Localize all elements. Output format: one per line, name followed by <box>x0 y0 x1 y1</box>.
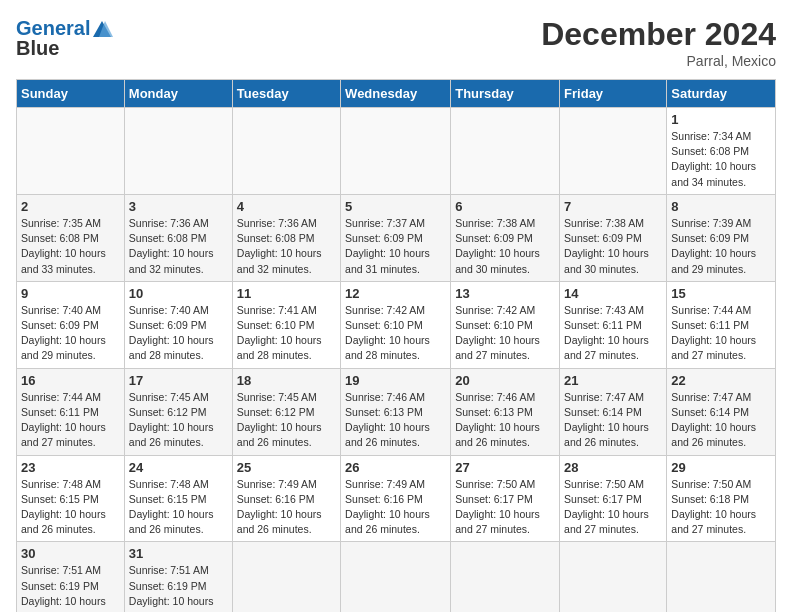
calendar-cell: 14Sunrise: 7:43 AMSunset: 6:11 PMDayligh… <box>560 281 667 368</box>
calendar-cell: 4Sunrise: 7:36 AMSunset: 6:08 PMDaylight… <box>232 194 340 281</box>
day-number: 6 <box>455 199 555 214</box>
calendar-cell <box>560 542 667 612</box>
day-info: Sunrise: 7:51 AMSunset: 6:19 PMDaylight:… <box>129 563 228 612</box>
day-info: Sunrise: 7:50 AMSunset: 6:18 PMDaylight:… <box>671 477 771 538</box>
calendar-cell <box>124 108 232 195</box>
day-number: 12 <box>345 286 446 301</box>
calendar-cell: 8Sunrise: 7:39 AMSunset: 6:09 PMDaylight… <box>667 194 776 281</box>
day-number: 14 <box>564 286 662 301</box>
calendar-cell <box>451 542 560 612</box>
day-info: Sunrise: 7:37 AMSunset: 6:09 PMDaylight:… <box>345 216 446 277</box>
day-number: 8 <box>671 199 771 214</box>
calendar-cell <box>232 542 340 612</box>
day-number: 16 <box>21 373 120 388</box>
day-number: 1 <box>671 112 771 127</box>
header-saturday: Saturday <box>667 80 776 108</box>
day-number: 28 <box>564 460 662 475</box>
day-info: Sunrise: 7:49 AMSunset: 6:16 PMDaylight:… <box>345 477 446 538</box>
calendar-cell: 5Sunrise: 7:37 AMSunset: 6:09 PMDaylight… <box>341 194 451 281</box>
day-info: Sunrise: 7:46 AMSunset: 6:13 PMDaylight:… <box>455 390 555 451</box>
calendar-cell: 27Sunrise: 7:50 AMSunset: 6:17 PMDayligh… <box>451 455 560 542</box>
day-info: Sunrise: 7:44 AMSunset: 6:11 PMDaylight:… <box>671 303 771 364</box>
calendar-cell: 26Sunrise: 7:49 AMSunset: 6:16 PMDayligh… <box>341 455 451 542</box>
calendar-cell <box>232 108 340 195</box>
calendar-cell <box>560 108 667 195</box>
calendar-cell: 23Sunrise: 7:48 AMSunset: 6:15 PMDayligh… <box>17 455 125 542</box>
day-info: Sunrise: 7:45 AMSunset: 6:12 PMDaylight:… <box>237 390 336 451</box>
calendar-cell: 11Sunrise: 7:41 AMSunset: 6:10 PMDayligh… <box>232 281 340 368</box>
day-info: Sunrise: 7:36 AMSunset: 6:08 PMDaylight:… <box>237 216 336 277</box>
day-info: Sunrise: 7:42 AMSunset: 6:10 PMDaylight:… <box>455 303 555 364</box>
calendar-cell: 12Sunrise: 7:42 AMSunset: 6:10 PMDayligh… <box>341 281 451 368</box>
day-number: 11 <box>237 286 336 301</box>
calendar-cell: 19Sunrise: 7:46 AMSunset: 6:13 PMDayligh… <box>341 368 451 455</box>
header-tuesday: Tuesday <box>232 80 340 108</box>
day-info: Sunrise: 7:51 AMSunset: 6:19 PMDaylight:… <box>21 563 120 612</box>
day-number: 18 <box>237 373 336 388</box>
day-number: 3 <box>129 199 228 214</box>
day-info: Sunrise: 7:40 AMSunset: 6:09 PMDaylight:… <box>21 303 120 364</box>
day-number: 23 <box>21 460 120 475</box>
calendar-cell <box>667 542 776 612</box>
calendar-week-3: 9Sunrise: 7:40 AMSunset: 6:09 PMDaylight… <box>17 281 776 368</box>
logo: General Blue <box>16 16 113 60</box>
calendar-cell: 31Sunrise: 7:51 AMSunset: 6:19 PMDayligh… <box>124 542 232 612</box>
day-number: 13 <box>455 286 555 301</box>
calendar-cell: 15Sunrise: 7:44 AMSunset: 6:11 PMDayligh… <box>667 281 776 368</box>
month-title: December 2024 <box>541 16 776 53</box>
day-info: Sunrise: 7:48 AMSunset: 6:15 PMDaylight:… <box>21 477 120 538</box>
day-info: Sunrise: 7:35 AMSunset: 6:08 PMDaylight:… <box>21 216 120 277</box>
day-number: 25 <box>237 460 336 475</box>
day-info: Sunrise: 7:41 AMSunset: 6:10 PMDaylight:… <box>237 303 336 364</box>
calendar-cell: 22Sunrise: 7:47 AMSunset: 6:14 PMDayligh… <box>667 368 776 455</box>
calendar-cell: 17Sunrise: 7:45 AMSunset: 6:12 PMDayligh… <box>124 368 232 455</box>
day-number: 4 <box>237 199 336 214</box>
calendar-week-6: 30Sunrise: 7:51 AMSunset: 6:19 PMDayligh… <box>17 542 776 612</box>
header-sunday: Sunday <box>17 80 125 108</box>
logo-icon <box>91 19 113 41</box>
day-info: Sunrise: 7:48 AMSunset: 6:15 PMDaylight:… <box>129 477 228 538</box>
header-monday: Monday <box>124 80 232 108</box>
calendar-cell: 10Sunrise: 7:40 AMSunset: 6:09 PMDayligh… <box>124 281 232 368</box>
calendar-cell: 18Sunrise: 7:45 AMSunset: 6:12 PMDayligh… <box>232 368 340 455</box>
location: Parral, Mexico <box>541 53 776 69</box>
calendar-cell: 25Sunrise: 7:49 AMSunset: 6:16 PMDayligh… <box>232 455 340 542</box>
day-number: 20 <box>455 373 555 388</box>
day-number: 2 <box>21 199 120 214</box>
calendar-cell: 28Sunrise: 7:50 AMSunset: 6:17 PMDayligh… <box>560 455 667 542</box>
calendar-cell: 3Sunrise: 7:36 AMSunset: 6:08 PMDaylight… <box>124 194 232 281</box>
header-thursday: Thursday <box>451 80 560 108</box>
calendar-cell: 29Sunrise: 7:50 AMSunset: 6:18 PMDayligh… <box>667 455 776 542</box>
header-wednesday: Wednesday <box>341 80 451 108</box>
day-info: Sunrise: 7:39 AMSunset: 6:09 PMDaylight:… <box>671 216 771 277</box>
day-info: Sunrise: 7:36 AMSunset: 6:08 PMDaylight:… <box>129 216 228 277</box>
day-number: 10 <box>129 286 228 301</box>
calendar-cell: 30Sunrise: 7:51 AMSunset: 6:19 PMDayligh… <box>17 542 125 612</box>
day-info: Sunrise: 7:47 AMSunset: 6:14 PMDaylight:… <box>671 390 771 451</box>
calendar-table: SundayMondayTuesdayWednesdayThursdayFrid… <box>16 79 776 612</box>
calendar-cell: 1Sunrise: 7:34 AMSunset: 6:08 PMDaylight… <box>667 108 776 195</box>
day-number: 19 <box>345 373 446 388</box>
day-info: Sunrise: 7:47 AMSunset: 6:14 PMDaylight:… <box>564 390 662 451</box>
calendar-cell: 16Sunrise: 7:44 AMSunset: 6:11 PMDayligh… <box>17 368 125 455</box>
calendar-cell: 13Sunrise: 7:42 AMSunset: 6:10 PMDayligh… <box>451 281 560 368</box>
calendar-cell <box>341 108 451 195</box>
day-number: 22 <box>671 373 771 388</box>
calendar-body: 1Sunrise: 7:34 AMSunset: 6:08 PMDaylight… <box>17 108 776 613</box>
day-info: Sunrise: 7:46 AMSunset: 6:13 PMDaylight:… <box>345 390 446 451</box>
calendar-cell: 9Sunrise: 7:40 AMSunset: 6:09 PMDaylight… <box>17 281 125 368</box>
day-number: 21 <box>564 373 662 388</box>
calendar-cell: 21Sunrise: 7:47 AMSunset: 6:14 PMDayligh… <box>560 368 667 455</box>
day-info: Sunrise: 7:43 AMSunset: 6:11 PMDaylight:… <box>564 303 662 364</box>
day-info: Sunrise: 7:50 AMSunset: 6:17 PMDaylight:… <box>564 477 662 538</box>
day-number: 24 <box>129 460 228 475</box>
day-number: 31 <box>129 546 228 561</box>
calendar-cell: 20Sunrise: 7:46 AMSunset: 6:13 PMDayligh… <box>451 368 560 455</box>
day-number: 30 <box>21 546 120 561</box>
day-info: Sunrise: 7:40 AMSunset: 6:09 PMDaylight:… <box>129 303 228 364</box>
calendar-cell: 7Sunrise: 7:38 AMSunset: 6:09 PMDaylight… <box>560 194 667 281</box>
day-number: 7 <box>564 199 662 214</box>
day-info: Sunrise: 7:42 AMSunset: 6:10 PMDaylight:… <box>345 303 446 364</box>
day-info: Sunrise: 7:50 AMSunset: 6:17 PMDaylight:… <box>455 477 555 538</box>
title-block: December 2024 Parral, Mexico <box>541 16 776 69</box>
